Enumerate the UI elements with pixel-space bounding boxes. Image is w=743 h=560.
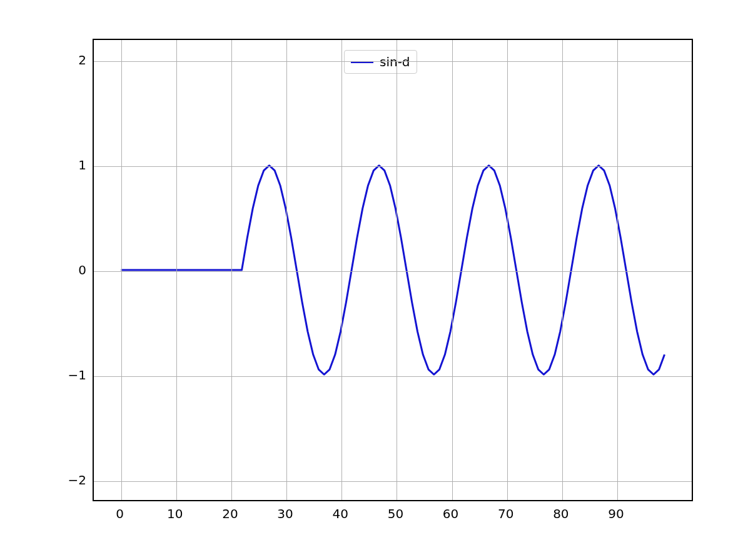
x-tick-label: 20 — [222, 506, 238, 521]
grid-line — [397, 40, 397, 500]
x-tick-label: 50 — [388, 506, 403, 521]
x-tick-label: 10 — [167, 506, 183, 521]
series-line — [121, 166, 664, 375]
x-tick-label: 90 — [608, 506, 624, 521]
grid-line — [121, 40, 122, 500]
grid-line — [94, 481, 692, 482]
y-tick-label: 2 — [78, 52, 86, 68]
grid-line — [94, 376, 692, 377]
y-tick-label: −1 — [68, 368, 86, 382]
grid-line — [286, 40, 287, 500]
grid-line — [617, 40, 618, 500]
grid-line — [341, 40, 342, 500]
x-tick-label: 60 — [443, 506, 458, 521]
y-tick-label: 0 — [78, 262, 86, 278]
y-tick-label: −2 — [68, 472, 86, 488]
plot-canvas — [94, 40, 692, 500]
x-tick-label: 80 — [553, 506, 569, 521]
figure: sin-d 0102030405060708090−2−1012 — [0, 0, 743, 560]
x-tick-label: 70 — [498, 506, 513, 521]
x-tick-label: 30 — [277, 506, 293, 521]
grid-line — [176, 40, 177, 500]
grid-line — [94, 271, 692, 272]
grid-line — [507, 40, 508, 500]
plot-axes: sin-d — [93, 39, 693, 501]
legend: sin-d — [344, 50, 417, 74]
grid-line — [231, 40, 232, 500]
grid-line — [562, 40, 563, 500]
legend-label: sin-d — [380, 54, 410, 69]
grid-line — [94, 61, 692, 62]
grid-line — [94, 166, 692, 167]
x-tick-label: 0 — [116, 506, 124, 521]
y-tick-label: 1 — [78, 158, 86, 172]
grid-line — [452, 40, 453, 500]
x-tick-label: 40 — [333, 506, 348, 521]
